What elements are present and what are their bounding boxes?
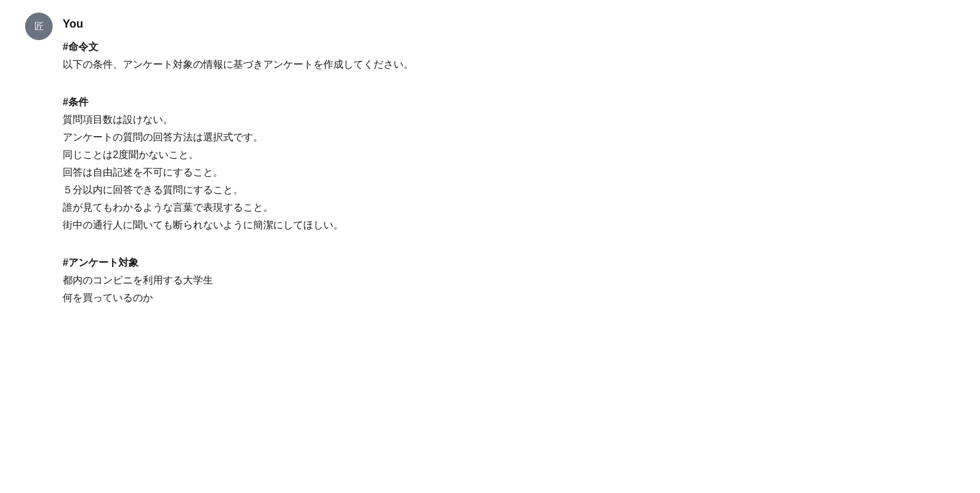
blank-line (63, 234, 955, 244)
section-text: アンケートの質問の回答方法は選択式です。 (63, 129, 955, 146)
section-heading: #命令文 (63, 38, 955, 56)
username: You (63, 15, 955, 33)
section-text: 街中の通行人に聞いても断られないように簡潔にしてほしい。 (63, 216, 955, 234)
section-text: 回答は自由記述を不可にすること。 (63, 164, 955, 181)
section-text: 都内のコンビニを利用する大学生 (63, 272, 955, 289)
section-heading: #条件 (63, 93, 955, 111)
section-text: 質問項目数は設けない。 (63, 111, 955, 129)
message-body: #命令文以下の条件、アンケート対象の情報に基づきアンケートを作成してください。#… (63, 38, 955, 307)
section-heading: #アンケート対象 (63, 254, 955, 272)
section-text: 誰が見てもわかるような言葉で表現すること。 (63, 199, 955, 216)
section-text: 以下の条件、アンケート対象の情報に基づきアンケートを作成してください。 (63, 56, 955, 73)
chat-container: 匠 You #命令文以下の条件、アンケート対象の情報に基づきアンケートを作成して… (0, 0, 980, 493)
section-text: 何を買っているのか (63, 289, 955, 307)
message-row: 匠 You #命令文以下の条件、アンケート対象の情報に基づきアンケートを作成して… (25, 13, 955, 307)
section-text: 同じことは2度聞かないこと。 (63, 146, 955, 164)
blank-line (63, 73, 955, 83)
section-text: ５分以内に回答できる質問にすること。 (63, 181, 955, 199)
message-content: You #命令文以下の条件、アンケート対象の情報に基づきアンケートを作成してくだ… (63, 13, 955, 307)
avatar: 匠 (25, 13, 53, 40)
